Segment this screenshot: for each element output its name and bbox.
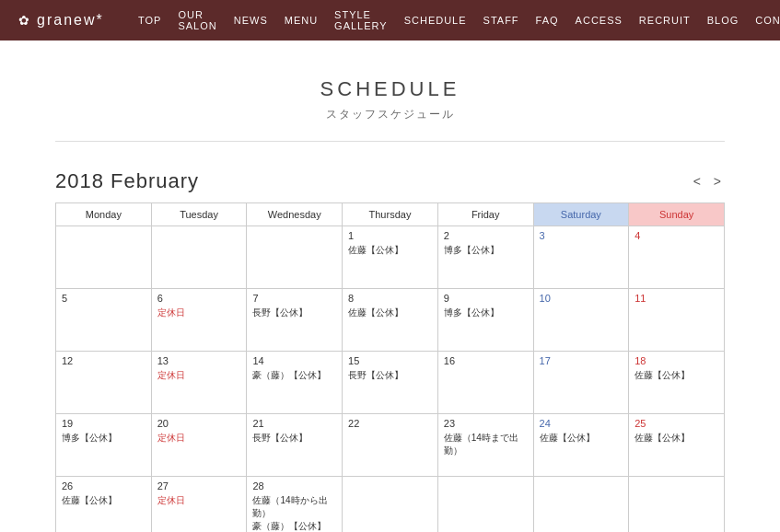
day-event: 佐藤【公休】 <box>634 432 718 445</box>
weekday-header-thursday: Thursday <box>343 203 438 226</box>
calendar-cell: 21長野【公休】 <box>247 414 343 477</box>
calendar-cell: 27定休日 <box>151 477 247 533</box>
day-number: 22 <box>348 418 432 429</box>
main-nav: TOPOUR SALONNEWSMENUSTYLE GALLERYSCHEDUL… <box>138 9 780 31</box>
day-event: 定休日 <box>157 369 241 382</box>
day-number: 13 <box>157 355 241 366</box>
calendar-cell: 15長野【公休】 <box>343 352 438 414</box>
day-event: 佐藤【公休】 <box>540 432 623 445</box>
calendar-week-row: 1佐藤【公休】2博多【公休】34 <box>56 226 725 289</box>
day-event: 長野【公休】 <box>348 369 432 382</box>
calendar-cell: 5 <box>56 289 152 352</box>
nav-item-faq[interactable]: FAQ <box>536 15 559 26</box>
calendar-cell: 11 <box>629 289 725 352</box>
day-number: 6 <box>157 293 241 304</box>
day-number: 17 <box>540 355 623 366</box>
day-event: 定休日 <box>157 494 241 507</box>
weekday-header-wednesday: Wednesday <box>247 203 343 226</box>
day-number: 25 <box>634 418 718 429</box>
day-number: 1 <box>348 230 432 241</box>
day-event: 佐藤（14時から出勤） <box>252 494 336 520</box>
day-number: 20 <box>157 418 241 429</box>
logo-text: granew* <box>37 12 104 29</box>
calendar-cell <box>533 477 629 533</box>
calendar-cell: 19博多【公休】 <box>56 414 152 477</box>
nav-item-top[interactable]: TOP <box>138 15 161 26</box>
calendar-cell: 9博多【公休】 <box>437 289 533 352</box>
calendar-cell <box>247 226 343 289</box>
nav-item-style-gallery[interactable]: STYLE GALLERY <box>334 9 388 31</box>
day-event: 佐藤【公休】 <box>348 244 432 257</box>
calendar-cell: 1佐藤【公休】 <box>343 226 438 289</box>
nav-item-blog[interactable]: BLOG <box>707 15 739 26</box>
calendar-cell: 13定休日 <box>151 352 247 414</box>
weekday-header-tuesday: Tuesday <box>151 203 247 226</box>
nav-item-contact[interactable]: CONTACT <box>755 15 780 26</box>
day-number: 28 <box>252 480 336 492</box>
site-logo[interactable]: ✿ granew* <box>18 12 138 29</box>
day-number: 4 <box>634 230 718 241</box>
calendar-navigation: < > <box>690 174 725 189</box>
calendar-cell: 20定休日 <box>151 414 247 477</box>
calendar-cell: 4 <box>629 226 725 289</box>
page-title: SCHEDULE <box>55 77 725 101</box>
day-event: 定休日 <box>157 432 241 445</box>
calendar-cell: 8佐藤【公休】 <box>343 289 438 352</box>
day-event: 佐藤（14時まで出勤） <box>444 432 528 457</box>
calendar-cell: 14豪（藤）【公休】 <box>247 352 343 414</box>
page-subtitle: スタッフスケジュール <box>55 107 725 122</box>
calendar-header: 2018 February < > <box>55 169 725 193</box>
day-number: 10 <box>540 293 623 304</box>
calendar-cell <box>437 477 533 533</box>
calendar-cell: 26佐藤【公休】 <box>56 477 152 533</box>
calendar-month-label: 2018 February <box>55 169 199 193</box>
day-number: 19 <box>62 418 146 429</box>
day-number: 24 <box>540 418 623 429</box>
day-number: 9 <box>444 293 528 304</box>
calendar-section: 2018 February < > MondayTuesdayWednesday… <box>55 169 725 532</box>
logo-icon: ✿ <box>18 13 31 28</box>
day-number: 11 <box>634 293 718 304</box>
page-title-area: SCHEDULE スタッフスケジュール <box>55 40 725 142</box>
calendar-cell <box>56 226 152 289</box>
day-event: 長野【公休】 <box>252 432 336 445</box>
day-number: 15 <box>348 355 432 366</box>
nav-item-schedule[interactable]: SCHEDULE <box>404 15 467 26</box>
nav-item-news[interactable]: NEWS <box>234 15 268 26</box>
nav-item-staff[interactable]: STAFF <box>483 15 519 26</box>
weekday-header-friday: Friday <box>437 203 533 226</box>
calendar-next-button[interactable]: > <box>710 174 725 189</box>
day-number: 3 <box>540 230 623 241</box>
calendar-week-row: 26佐藤【公休】27定休日28佐藤（14時から出勤）豪（藤）【公休】 <box>56 477 725 533</box>
calendar-cell: 23佐藤（14時まで出勤） <box>437 414 533 477</box>
calendar-week-row: 56定休日7長野【公休】8佐藤【公休】9博多【公休】1011 <box>56 289 725 352</box>
calendar-week-row: 1213定休日14豪（藤）【公休】15長野【公休】161718佐藤【公休】 <box>56 352 725 414</box>
day-number: 12 <box>62 355 146 366</box>
day-number: 5 <box>62 293 146 304</box>
day-number: 18 <box>634 355 718 366</box>
calendar-cell: 28佐藤（14時から出勤）豪（藤）【公休】 <box>247 477 343 533</box>
calendar-prev-button[interactable]: < <box>690 174 704 189</box>
calendar-cell <box>151 226 247 289</box>
day-event: 博多【公休】 <box>444 244 528 257</box>
nav-item-access[interactable]: ACCESS <box>576 15 623 26</box>
weekday-header-saturday: Saturday <box>533 203 629 226</box>
calendar-cell: 24佐藤【公休】 <box>533 414 629 477</box>
day-event: 定休日 <box>157 306 241 319</box>
calendar-cell: 18佐藤【公休】 <box>629 352 725 414</box>
calendar-cell: 25佐藤【公休】 <box>629 414 725 477</box>
calendar-cell: 16 <box>437 352 533 414</box>
day-number: 14 <box>252 355 336 366</box>
day-event: 佐藤【公休】 <box>62 494 146 507</box>
day-number: 8 <box>348 293 432 304</box>
calendar-cell: 12 <box>56 352 152 414</box>
nav-item-recruit[interactable]: RECRUIT <box>639 15 691 26</box>
day-number: 16 <box>444 355 528 366</box>
calendar-cell: 3 <box>533 226 629 289</box>
calendar-cell: 6定休日 <box>151 289 247 352</box>
weekday-header-monday: Monday <box>56 203 152 226</box>
day-number: 23 <box>444 418 528 429</box>
nav-item-menu[interactable]: MENU <box>285 15 318 26</box>
day-event: 豪（藤）【公休】 <box>252 520 336 532</box>
nav-item-our-salon[interactable]: OUR SALON <box>178 9 216 31</box>
